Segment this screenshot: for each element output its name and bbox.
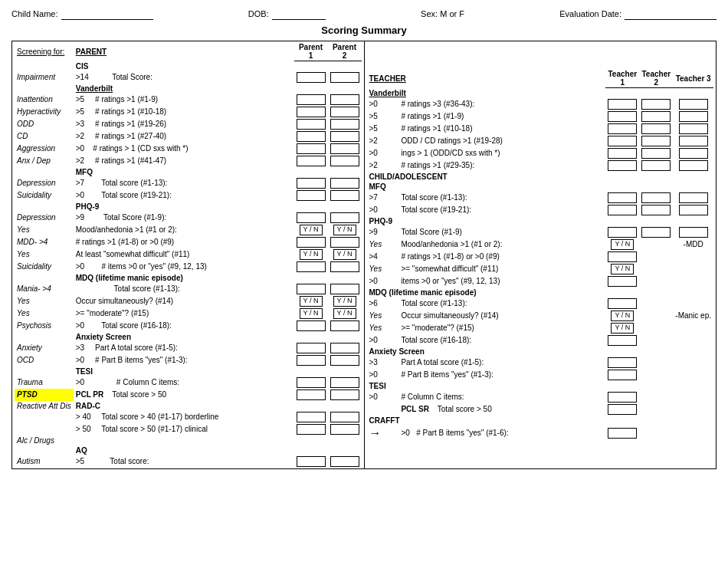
eval-date-input[interactable] xyxy=(625,8,717,20)
odd-p1[interactable] xyxy=(294,118,328,130)
impairment-p2[interactable] xyxy=(328,71,362,84)
right-arrow-t2[interactable] xyxy=(639,426,673,441)
phq9-depression-p1[interactable] xyxy=(294,212,328,224)
right-psychosis-t1[interactable] xyxy=(605,334,639,347)
impairment-p1[interactable] xyxy=(294,71,328,84)
right-odd-cd-t3[interactable] xyxy=(673,135,713,147)
right-hyperactivity-t1[interactable] xyxy=(605,123,639,135)
mania-yes2-yn-p1[interactable]: Y / N xyxy=(294,307,328,320)
right-inattention-t2[interactable] xyxy=(639,110,673,123)
mdd-mood-yn-p2[interactable]: Y / N xyxy=(328,224,362,236)
right-phq9-difficult-t2[interactable] xyxy=(639,263,673,275)
autism-p2[interactable] xyxy=(328,455,362,468)
mdd-difficult-yn-p1[interactable]: Y / N xyxy=(294,248,328,261)
inattention-p1[interactable] xyxy=(294,94,328,106)
right-phq9-dep-t2[interactable] xyxy=(639,226,673,238)
right-ocd-t1[interactable] xyxy=(605,369,639,381)
right-mdq-yes1-yn-t1[interactable]: Y / N xyxy=(605,310,639,322)
trauma-p1[interactable] xyxy=(294,376,328,389)
right-phq9-mood-yn-t2[interactable] xyxy=(639,238,673,251)
rad-40-p2[interactable] xyxy=(328,411,362,423)
ptsd-p2[interactable] xyxy=(328,389,362,401)
right-trauma-t1[interactable] xyxy=(605,391,639,403)
cd-p2[interactable] xyxy=(328,130,362,143)
right-impairment-t3[interactable] xyxy=(673,98,713,110)
mdd-ratings-p1[interactable] xyxy=(294,236,328,248)
mfq-suicidality-p2[interactable] xyxy=(328,189,362,202)
right-depression-t1[interactable] xyxy=(605,192,639,204)
cd-p1[interactable] xyxy=(294,130,328,143)
right-ocd-t2[interactable] xyxy=(639,369,673,381)
right-anx-dep-t2[interactable] xyxy=(639,159,673,172)
mania-score-p1[interactable] xyxy=(294,283,328,295)
right-psychosis-t2[interactable] xyxy=(639,334,673,347)
right-mdq-yes1-t2[interactable] xyxy=(639,310,673,322)
hyperactivity-p2[interactable] xyxy=(328,106,362,118)
right-anx-dep-t1[interactable] xyxy=(605,159,639,172)
right-inattention-t1[interactable] xyxy=(605,110,639,123)
mania-score-p2[interactable] xyxy=(328,283,362,295)
right-mdq-yes2-t2[interactable] xyxy=(639,322,673,334)
right-mdq-t2[interactable] xyxy=(639,297,673,310)
right-phq9-dep-t1[interactable] xyxy=(605,226,639,238)
right-phq9-suicidality-t2[interactable] xyxy=(639,275,673,288)
right-phq9-mood-yn-t1[interactable]: Y / N xyxy=(605,238,639,251)
right-mdq-yes2-yn-t1[interactable]: Y / N xyxy=(605,322,639,334)
right-phq9-suicidality-t1[interactable] xyxy=(605,275,639,288)
right-aggression-t3[interactable] xyxy=(673,147,713,159)
mania-yes1-yn-p1[interactable]: Y / N xyxy=(294,295,328,307)
right-mdq-t1[interactable] xyxy=(605,297,639,310)
anx-dep-p2[interactable] xyxy=(328,155,362,167)
right-suicidality-t1[interactable] xyxy=(605,204,639,216)
mdd-mood-yn-p1[interactable]: Y / N xyxy=(294,224,328,236)
rad-50-p1[interactable] xyxy=(294,423,328,435)
right-aggression-t2[interactable] xyxy=(639,147,673,159)
right-anx-dep-t3[interactable] xyxy=(673,159,713,172)
anxiety-p1-input[interactable] xyxy=(294,342,328,354)
right-phq9-difficult-yn-t1[interactable]: Y / N xyxy=(605,263,639,275)
mania-yes2-yn-p2[interactable]: Y / N xyxy=(328,307,362,320)
hyperactivity-p1[interactable] xyxy=(294,106,328,118)
right-phq9-dep-t3[interactable] xyxy=(673,226,713,238)
anxiety-p2-input[interactable] xyxy=(328,342,362,354)
mfq-depression-p2[interactable] xyxy=(328,177,362,189)
right-impairment-t1[interactable] xyxy=(605,98,639,110)
ocd-p2[interactable] xyxy=(328,354,362,366)
right-suicidality-t2[interactable] xyxy=(639,204,673,216)
anx-dep-p1[interactable] xyxy=(294,155,328,167)
mania-yes1-yn-p2[interactable]: Y / N xyxy=(328,295,362,307)
mdd-difficult-yn-p2[interactable]: Y / N xyxy=(328,248,362,261)
right-suicidality-t3[interactable] xyxy=(673,204,713,216)
phq9-suicidality-p1[interactable] xyxy=(294,261,328,273)
phq9-suicidality-p2[interactable] xyxy=(328,261,362,273)
right-trauma-t2[interactable] xyxy=(639,391,673,403)
right-aggression-t1[interactable] xyxy=(605,147,639,159)
phq9-depression-p2[interactable] xyxy=(328,212,362,224)
child-name-input[interactable] xyxy=(61,8,153,20)
rad-40-p1[interactable] xyxy=(294,411,328,423)
rad-50-p2[interactable] xyxy=(328,423,362,435)
right-odd-cd-t2[interactable] xyxy=(639,135,673,147)
mfq-suicidality-p1[interactable] xyxy=(294,189,328,202)
dob-input[interactable] xyxy=(272,8,326,20)
right-hyperactivity-t2[interactable] xyxy=(639,123,673,135)
trauma-p2[interactable] xyxy=(328,376,362,389)
right-impairment-t2[interactable] xyxy=(639,98,673,110)
autism-p1[interactable] xyxy=(294,455,328,468)
ocd-p1[interactable] xyxy=(294,354,328,366)
right-hyperactivity-t3[interactable] xyxy=(673,123,713,135)
right-depression-t3[interactable] xyxy=(673,192,713,204)
right-arrow-t1[interactable] xyxy=(605,426,639,441)
right-depression-t2[interactable] xyxy=(639,192,673,204)
psychosis-p1[interactable] xyxy=(294,320,328,332)
right-phq9-ratings-t2[interactable] xyxy=(639,251,673,263)
right-anxiety-t2[interactable] xyxy=(639,357,673,369)
aggression-p1[interactable] xyxy=(294,143,328,155)
right-anxiety-t1[interactable] xyxy=(605,357,639,369)
right-pcl-sr-t2[interactable] xyxy=(639,403,673,416)
odd-p2[interactable] xyxy=(328,118,362,130)
right-phq9-ratings-t1[interactable] xyxy=(605,251,639,263)
mdd-ratings-p2[interactable] xyxy=(328,236,362,248)
right-inattention-t3[interactable] xyxy=(673,110,713,123)
psychosis-p2[interactable] xyxy=(328,320,362,332)
